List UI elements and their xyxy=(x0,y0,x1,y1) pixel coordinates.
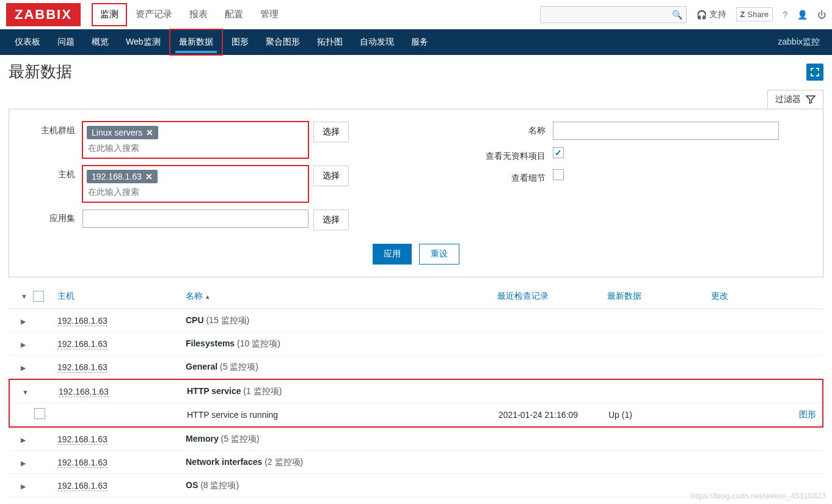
filter-toggle[interactable]: 过滤器 xyxy=(767,90,823,109)
item-graph-link[interactable]: 图形 xyxy=(799,409,816,419)
headset-icon: 🎧 xyxy=(696,10,707,20)
host-select-button[interactable]: 选择 xyxy=(313,166,349,186)
table-group-row: ▶192.168.1.63Memory (5 监控项) xyxy=(9,428,823,451)
funnel-icon xyxy=(806,95,816,104)
expand-icon[interactable]: ▶ xyxy=(15,341,26,348)
support-link[interactable]: 🎧 支持 xyxy=(696,9,726,20)
subnav-item-1[interactable]: 问题 xyxy=(49,29,83,55)
row-checkbox[interactable] xyxy=(34,408,45,419)
apply-button[interactable]: 应用 xyxy=(373,244,412,265)
host-link[interactable]: 192.168.1.63 xyxy=(59,387,109,397)
th-last-check[interactable]: 最近检查记录 xyxy=(497,291,607,304)
host-link[interactable]: 192.168.1.63 xyxy=(57,362,108,373)
item-last-check: 2021-01-24 21:16:09 xyxy=(498,410,608,420)
subnav-item-5[interactable]: 图形 xyxy=(223,29,257,55)
share-button[interactable]: Z Share xyxy=(736,7,773,21)
th-host[interactable]: 主机 xyxy=(57,291,186,304)
host-link[interactable]: 192.168.1.63 xyxy=(57,316,108,326)
top-tab-3[interactable]: 配置 xyxy=(216,0,252,29)
top-tab-1[interactable]: 资产记录 xyxy=(127,0,181,29)
subnav-item-0[interactable]: 仪表板 xyxy=(6,29,49,55)
group-count: (8 监控项) xyxy=(200,480,239,490)
host-tag[interactable]: 192.168.1.63 ✕ xyxy=(87,170,158,183)
group-name: HTTP service xyxy=(187,386,241,396)
topbar: ZABBIX 监测资产记录报表配置管理 🔍 🎧 支持 Z Share ? 👤 ⏻ xyxy=(0,0,832,29)
select-all-checkbox[interactable] xyxy=(33,291,44,302)
group-name: Memory xyxy=(186,434,219,444)
expand-icon[interactable]: ▶ xyxy=(15,436,26,444)
group-name: Filesystems xyxy=(186,338,235,348)
hostgroup-multiselect[interactable]: Linux servers ✕ xyxy=(82,122,308,158)
subnav-item-8[interactable]: 自动发现 xyxy=(351,29,403,55)
expand-icon[interactable]: ▶ xyxy=(15,318,26,325)
host-link[interactable]: 192.168.1.63 xyxy=(57,434,108,445)
table-group-row: ▶192.168.1.63Filesystems (10 监控项) xyxy=(9,332,823,356)
search-input[interactable] xyxy=(544,10,672,19)
group-count: (1 监控项) xyxy=(243,386,282,396)
subnav-item-4[interactable]: 最新数据 xyxy=(169,29,223,56)
subnav-item-3[interactable]: Web监测 xyxy=(117,29,169,55)
page-title: 最新数据 xyxy=(9,61,72,82)
hostgroup-label: 主机群组 xyxy=(27,122,82,136)
remove-tag-icon[interactable]: ✕ xyxy=(146,128,153,137)
show-detail-checkbox[interactable] xyxy=(553,169,564,180)
app-label: 应用集 xyxy=(27,210,82,224)
table-group-row: ▶192.168.1.63OS (8 监控项) xyxy=(9,474,823,497)
hostgroup-tag[interactable]: Linux servers ✕ xyxy=(87,126,158,139)
th-latest-data[interactable]: 最新数据 xyxy=(607,291,711,304)
host-search-input[interactable] xyxy=(86,184,305,199)
power-icon[interactable]: ⏻ xyxy=(817,10,826,20)
name-input[interactable] xyxy=(553,122,779,140)
group-count: (15 监控项) xyxy=(206,315,249,325)
subnav-item-2[interactable]: 概览 xyxy=(83,29,117,55)
fullscreen-button[interactable] xyxy=(806,64,823,81)
expand-icon[interactable]: ▶ xyxy=(15,459,26,467)
search-icon[interactable]: 🔍 xyxy=(672,10,682,20)
filter-panel: 主机群组 Linux servers ✕ 选择 主机 192.168. xyxy=(9,109,823,277)
top-tab-4[interactable]: 管理 xyxy=(252,0,287,29)
app-select-button[interactable]: 选择 xyxy=(313,210,349,230)
page-header: 最新数据 xyxy=(9,61,823,82)
expand-icon[interactable]: ▶ xyxy=(15,364,26,371)
logo: ZABBIX xyxy=(6,3,81,26)
host-link[interactable]: 192.168.1.63 xyxy=(57,481,108,491)
expand-icon[interactable]: ▶ xyxy=(15,483,26,490)
group-count: (5 监控项) xyxy=(220,362,258,371)
subnav-item-6[interactable]: 聚合图形 xyxy=(257,29,308,55)
reset-button[interactable]: 重设 xyxy=(419,244,459,265)
group-name: General xyxy=(186,362,217,371)
global-search[interactable]: 🔍 xyxy=(540,6,687,23)
show-empty-checkbox[interactable] xyxy=(553,147,564,158)
filter-tab-row: 过滤器 xyxy=(9,90,823,109)
host-label: 主机 xyxy=(27,166,82,180)
table-group-row: ▶192.168.1.63Network interfaces (2 监控项) xyxy=(9,451,823,474)
top-tab-2[interactable]: 报表 xyxy=(181,0,216,29)
topbar-right: 🔍 🎧 支持 Z Share ? 👤 ⏻ xyxy=(540,6,826,23)
data-table: ▼ 主机 名称 最近检查记录 最新数据 更改 ▶192.168.1.63CPU … xyxy=(9,286,823,504)
user-icon[interactable]: 👤 xyxy=(797,10,808,20)
subnav-item-7[interactable]: 拓扑图 xyxy=(308,29,351,55)
hostgroup-select-button[interactable]: 选择 xyxy=(313,122,349,142)
remove-tag-icon[interactable]: ✕ xyxy=(145,172,153,181)
item-latest-data: Up (1) xyxy=(608,410,712,420)
group-name: OS xyxy=(186,480,198,490)
hostgroup-search-input[interactable] xyxy=(86,141,305,155)
help-icon[interactable]: ? xyxy=(783,10,787,20)
share-icon: Z xyxy=(740,10,745,19)
show-detail-label: 查看细节 xyxy=(467,169,553,184)
top-tab-0[interactable]: 监测 xyxy=(92,3,127,26)
host-multiselect[interactable]: 192.168.1.63 ✕ xyxy=(82,166,308,202)
th-name[interactable]: 名称 xyxy=(186,291,497,304)
expand-icon[interactable]: ▼ xyxy=(16,389,29,396)
th-change[interactable]: 更改 xyxy=(711,291,790,304)
collapse-all-icon[interactable]: ▼ xyxy=(15,293,27,300)
subnav-breadcrumb[interactable]: zabbix监控 xyxy=(778,37,826,48)
table-group-row: ▶192.168.1.63General (5 监控项) xyxy=(9,356,823,379)
name-label: 名称 xyxy=(467,122,553,136)
host-link[interactable]: 192.168.1.63 xyxy=(57,458,108,468)
page-content: 最新数据 过滤器 主机群组 Linux servers ✕ xyxy=(0,55,832,504)
app-input[interactable] xyxy=(82,210,308,228)
item-name: HTTP service is running xyxy=(187,410,498,420)
host-link[interactable]: 192.168.1.63 xyxy=(57,339,108,349)
subnav-item-9[interactable]: 服务 xyxy=(403,29,437,55)
